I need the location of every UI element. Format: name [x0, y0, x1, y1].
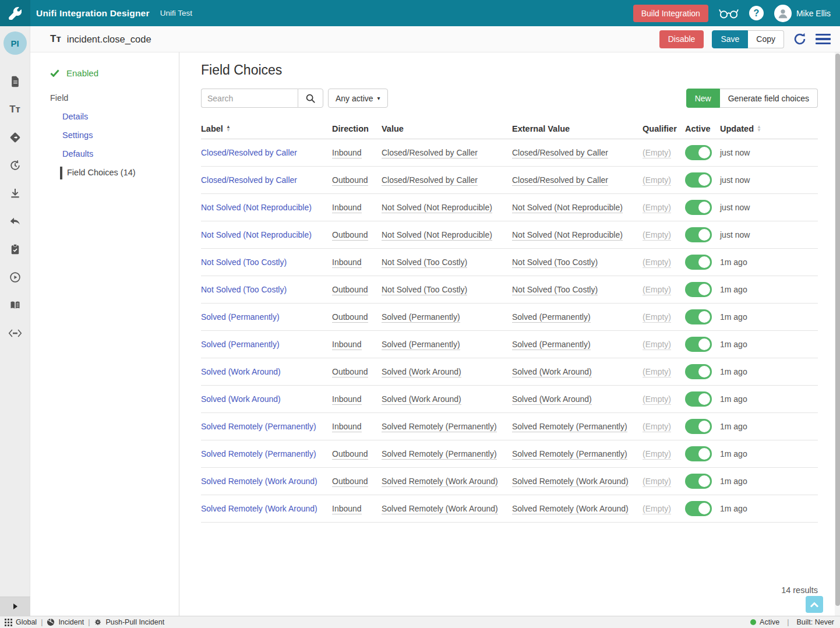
- record-type-item[interactable]: Incident: [47, 618, 84, 626]
- active-toggle[interactable]: [685, 145, 712, 160]
- tasks-clipboard-icon[interactable]: [0, 235, 30, 263]
- row-direction[interactable]: Inbound: [332, 422, 362, 432]
- documentation-book-icon[interactable]: [0, 291, 30, 319]
- row-direction[interactable]: Inbound: [332, 504, 362, 514]
- row-qualifier[interactable]: (Empty): [643, 367, 671, 377]
- row-qualifier[interactable]: (Empty): [643, 175, 671, 186]
- row-value[interactable]: Closed/Resolved by Caller: [382, 148, 478, 158]
- search-input[interactable]: [201, 89, 298, 108]
- row-external-value[interactable]: Solved Remotely (Permanently): [512, 422, 627, 432]
- row-label-link[interactable]: Solved (Permanently): [201, 340, 280, 349]
- scope-item[interactable]: Global: [5, 618, 37, 626]
- refresh-icon[interactable]: [792, 31, 807, 47]
- active-toggle[interactable]: [685, 227, 712, 242]
- row-qualifier[interactable]: (Empty): [643, 449, 671, 460]
- column-header-updated[interactable]: Updated ▲▼: [720, 124, 818, 133]
- row-qualifier[interactable]: (Empty): [643, 312, 671, 323]
- row-qualifier[interactable]: (Empty): [643, 285, 671, 295]
- row-value[interactable]: Solved Remotely (Work Around): [382, 477, 498, 487]
- row-value[interactable]: Not Solved (Too Costly): [382, 257, 467, 268]
- row-label-link[interactable]: Not Solved (Too Costly): [201, 257, 287, 267]
- new-button[interactable]: New: [686, 89, 720, 108]
- generate-field-choices-button[interactable]: Generate field choices: [720, 89, 818, 108]
- active-toggle[interactable]: [685, 474, 712, 489]
- copy-button[interactable]: Copy: [748, 30, 784, 48]
- active-toggle[interactable]: [685, 309, 712, 324]
- row-value[interactable]: Solved (Work Around): [382, 367, 461, 377]
- row-label-link[interactable]: Solved Remotely (Work Around): [201, 504, 317, 513]
- row-external-value[interactable]: Solved (Work Around): [512, 394, 592, 405]
- row-direction[interactable]: Outbound: [332, 367, 368, 377]
- row-external-value[interactable]: Closed/Resolved by Caller: [512, 175, 608, 186]
- search-button[interactable]: [298, 89, 323, 108]
- nav-link-defaults[interactable]: Defaults: [30, 149, 179, 158]
- history-icon[interactable]: [0, 151, 30, 179]
- row-external-value[interactable]: Not Solved (Too Costly): [512, 257, 598, 268]
- row-label-link[interactable]: Solved Remotely (Permanently): [201, 449, 316, 458]
- active-toggle[interactable]: [685, 337, 712, 352]
- row-label-link[interactable]: Solved (Work Around): [201, 367, 281, 376]
- row-value[interactable]: Solved (Work Around): [382, 394, 461, 405]
- row-direction[interactable]: Inbound: [332, 203, 362, 213]
- environment-name[interactable]: Unifi Test: [160, 9, 192, 17]
- download-icon[interactable]: [0, 179, 30, 207]
- row-direction[interactable]: Inbound: [332, 148, 362, 158]
- row-value[interactable]: Not Solved (Not Reproducible): [382, 230, 492, 241]
- row-direction[interactable]: Outbound: [332, 449, 368, 460]
- row-qualifier[interactable]: (Empty): [643, 477, 671, 487]
- mapping-icon[interactable]: [0, 124, 30, 151]
- row-label-link[interactable]: Solved Remotely (Permanently): [201, 422, 316, 431]
- active-toggle[interactable]: [685, 419, 712, 434]
- menu-hamburger-icon[interactable]: [816, 34, 831, 45]
- run-play-icon[interactable]: [0, 263, 30, 291]
- expand-sidebar-button[interactable]: [0, 597, 30, 616]
- row-external-value[interactable]: Not Solved (Not Reproducible): [512, 230, 623, 241]
- row-qualifier[interactable]: (Empty): [643, 203, 671, 213]
- row-value[interactable]: Solved Remotely (Permanently): [382, 449, 497, 460]
- row-label-link[interactable]: Not Solved (Not Reproducible): [201, 230, 312, 239]
- scroll-to-top-button[interactable]: [806, 596, 823, 613]
- row-qualifier[interactable]: (Empty): [643, 340, 671, 350]
- row-direction[interactable]: Inbound: [332, 257, 362, 268]
- row-value[interactable]: Solved Remotely (Work Around): [382, 504, 498, 514]
- active-toggle[interactable]: [685, 501, 712, 516]
- row-qualifier[interactable]: (Empty): [643, 148, 671, 158]
- document-icon[interactable]: [0, 68, 30, 96]
- row-label-link[interactable]: Not Solved (Not Reproducible): [201, 203, 312, 212]
- nav-link-details[interactable]: Details: [30, 112, 179, 121]
- row-external-value[interactable]: Not Solved (Not Reproducible): [512, 203, 623, 213]
- row-external-value[interactable]: Solved Remotely (Work Around): [512, 477, 629, 487]
- row-label-link[interactable]: Solved Remotely (Work Around): [201, 477, 317, 486]
- nav-link-settings[interactable]: Settings: [30, 130, 179, 140]
- row-value[interactable]: Closed/Resolved by Caller: [382, 175, 478, 186]
- active-toggle[interactable]: [685, 446, 712, 461]
- row-value[interactable]: Solved (Permanently): [382, 340, 460, 350]
- row-direction[interactable]: Outbound: [332, 312, 368, 323]
- row-label-link[interactable]: Closed/Resolved by Caller: [201, 148, 297, 157]
- row-value[interactable]: Solved Remotely (Permanently): [382, 422, 497, 432]
- scrollbar-thumb[interactable]: [835, 54, 840, 606]
- row-external-value[interactable]: Solved (Work Around): [512, 367, 592, 377]
- row-value[interactable]: Not Solved (Too Costly): [382, 285, 467, 295]
- field-types-icon[interactable]: Tᴛ: [0, 96, 30, 124]
- row-direction[interactable]: Outbound: [332, 477, 368, 487]
- row-direction[interactable]: Outbound: [332, 230, 368, 241]
- row-value[interactable]: Not Solved (Not Reproducible): [382, 203, 492, 213]
- nav-item-field-choices[interactable]: Field Choices (14): [30, 168, 179, 177]
- active-toggle[interactable]: [685, 255, 712, 270]
- active-filter-dropdown[interactable]: Any active ▾: [328, 89, 388, 108]
- user-menu[interactable]: Mike Ellis: [774, 5, 831, 22]
- active-toggle[interactable]: [685, 200, 712, 215]
- help-icon[interactable]: ?: [749, 6, 764, 20]
- row-external-value[interactable]: Not Solved (Too Costly): [512, 285, 598, 295]
- active-toggle[interactable]: [685, 172, 712, 188]
- row-direction[interactable]: Inbound: [332, 340, 362, 350]
- row-value[interactable]: Solved (Permanently): [382, 312, 460, 323]
- row-qualifier[interactable]: (Empty): [643, 230, 671, 241]
- vertical-scrollbar[interactable]: [835, 52, 840, 616]
- build-integration-button[interactable]: Build Integration: [633, 5, 708, 22]
- row-label-link[interactable]: Closed/Resolved by Caller: [201, 175, 297, 185]
- active-toggle[interactable]: [685, 391, 712, 407]
- active-toggle[interactable]: [685, 364, 712, 379]
- row-external-value[interactable]: Solved Remotely (Work Around): [512, 504, 629, 514]
